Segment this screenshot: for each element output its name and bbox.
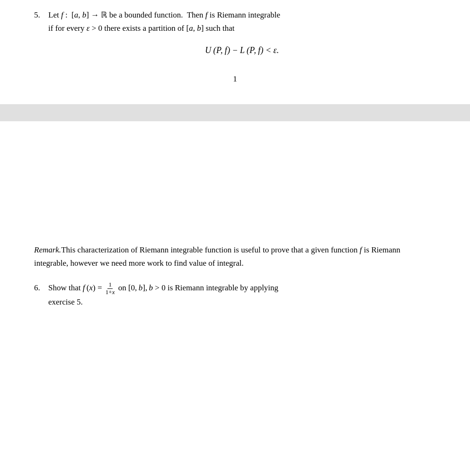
- fraction: 11+x: [105, 281, 116, 296]
- page-number: 1: [34, 72, 436, 85]
- item-6-number: 6.: [34, 281, 48, 294]
- remark-block: Remark.This characterization of Riemann …: [34, 243, 436, 270]
- gray-divider: [0, 104, 470, 121]
- top-section: 5. Let f : [a, b] → ℝ be a bounded funct…: [0, 0, 470, 104]
- item-6-line1: Show that f (x) = 11+x on [0, b], b > 0 …: [48, 281, 436, 296]
- item-6-text: Show that f (x) = 11+x on [0, b], b > 0 …: [48, 281, 436, 309]
- item-5-line2: if for every ε > 0 there exists a partit…: [48, 22, 436, 35]
- remark-f: f: [360, 245, 362, 254]
- remark-label: Remark.: [34, 245, 61, 254]
- formula-block: U (P, f) − L (P, f) < ε.: [48, 44, 436, 57]
- item-5-line1: Let f : [a, b] → ℝ be a bounded function…: [48, 9, 436, 22]
- item-5-text: Let f : [a, b] → ℝ be a bounded function…: [48, 9, 436, 62]
- item-5-number: 5.: [34, 9, 48, 21]
- blank-space: [34, 135, 436, 243]
- item-6-line2: exercise 5.: [48, 296, 436, 309]
- bottom-section: Remark.This characterization of Riemann …: [0, 121, 470, 322]
- remark-paragraph: Remark.This characterization of Riemann …: [34, 243, 436, 270]
- page: 5. Let f : [a, b] → ℝ be a bounded funct…: [0, 0, 470, 476]
- item-6: 6. Show that f (x) = 11+x on [0, b], b >…: [34, 281, 436, 309]
- item-5: 5. Let f : [a, b] → ℝ be a bounded funct…: [34, 9, 436, 62]
- item5-f: f: [61, 10, 63, 19]
- formula: U (P, f) − L (P, f) < ε.: [205, 45, 279, 55]
